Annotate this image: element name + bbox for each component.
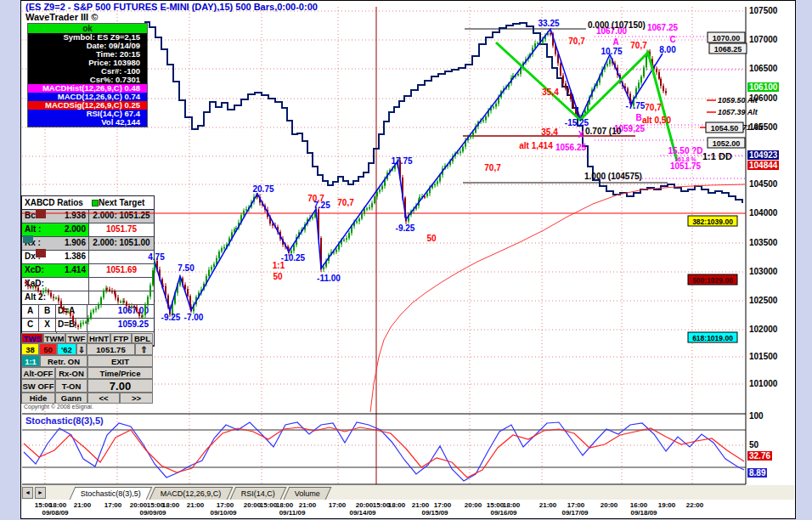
pivot-cell[interactable]: C [22,319,39,331]
date-label: 09/11/09 [279,509,306,517]
wavetrader-app: { "window": { "title": "(ES Z9=2 - S&P 5… [0,0,812,520]
btn-7-00[interactable]: 7.00 [87,379,153,393]
tab-scroll-left-icon[interactable]: ◄ [22,487,33,499]
fib-50[interactable]: 50 [39,343,57,355]
cursor-data-rows: Symbol: ES Z9=2,15Date: 09/14/09Time: 20… [28,33,147,84]
btn-alt-off[interactable]: Alt-OFF [21,367,55,379]
btn-exit[interactable]: EXIT [87,355,153,367]
axis-label: 105500 [749,122,777,132]
time-label: 20:00 [244,501,261,509]
pivot-cell[interactable]: A [22,305,39,318]
time-label: 21:00 [539,501,556,509]
axis-label: 102500 [749,296,777,305]
axis-label: 103000 [749,267,777,276]
fib-1051-75[interactable]: 1051.75 [87,343,135,355]
btn-rx-on[interactable]: Rx-ON [55,367,87,379]
time-label: 18:00 [49,501,66,509]
axis-label: 106000 [749,93,777,103]
tab-twf[interactable]: TWF [65,333,87,343]
time-label: 17:00 [104,501,121,509]
fib--[interactable]: ⇩ [76,343,87,355]
indicator-tab-volume[interactable]: Volume [283,487,331,500]
time-label: 15:00 [260,501,277,509]
pivot-cell[interactable]: X [39,319,56,331]
ratios-header-right: Next Target [99,196,154,209]
axis-label: 107000 [749,35,777,44]
ratio-row: Rx :1.9062.000: 1051.00 [22,237,154,251]
btn--[interactable]: >> [120,393,153,404]
time-label: 21:00 [412,501,429,509]
axis-price-marker: 104844 [747,161,779,170]
axis-label: 104500 [749,179,777,189]
date-label: 09/14/09 [349,509,375,517]
data-window-panel: ok Symbol: ES Z9=2,15Date: 09/14/09Time:… [27,23,148,127]
btn-t-on[interactable]: T-ON [55,379,87,393]
axis-label: 102000 [749,325,777,334]
fib-38[interactable]: 38 [21,343,39,355]
axis-price-marker: 106100 [747,82,779,92]
time-label: 20:00 [601,501,617,509]
tab-ftp[interactable]: FTP [110,333,132,343]
time-label: 18:00 [276,501,293,509]
time-label: 21:00 [187,501,204,509]
fib--[interactable]: ⇧ [135,343,153,355]
btn-time-price[interactable]: Time/Price [87,367,153,379]
tab-hrnt[interactable]: HrNT [87,333,110,343]
tab-bpl[interactable]: BPL [132,333,153,343]
time-label: 20:00 [465,501,482,509]
time-label: 18:00 [503,501,520,509]
time-label: 20:00 [356,501,373,509]
axis-label: 50 [749,440,758,449]
axis-label: 106500 [749,64,777,73]
indicator-tab-macd-12-26-9-c-[interactable]: MACD(12,26,9,C) [149,487,233,500]
date-label: 09/16/09 [490,509,516,517]
tab-scroll-right-icon[interactable]: ► [35,487,46,499]
xabcd-ratios-table: XABCD Ratios Next Target BcD:1.9382.000:… [21,195,155,347]
indicator-tab-rsi-14-c-[interactable]: RSI(14,C) [229,487,286,500]
tab-tws[interactable]: TWS [21,333,43,343]
axis-label: 103500 [749,238,777,247]
time-label: 21:00 [299,501,316,509]
axis-label: 101500 [749,352,777,361]
indicator-row: Vol 42,144 [28,118,147,127]
ratio-row: XcD:1.4141051.69 [22,264,154,278]
time-label: 19:00 [658,501,675,509]
pivot-cell[interactable]: B [39,305,56,318]
btn-hide[interactable]: Hide [21,393,55,404]
indicator-tab-bar: ◄ ► Stochastic(8(3),5)MACD(12,26,9,C)RSI… [21,485,794,500]
time-label: 17:00 [217,501,234,509]
green-square-icon [92,196,99,209]
btn-sw-off[interactable]: SW OFF [21,379,55,393]
ratio-abc-row: ABD=A1067.00 [22,305,154,319]
time-axis: 15:0018:0021:0017:0020:0015:0018:0021:00… [21,500,794,517]
chart-title: (ES Z9=2 - S&P 500 FUTURES E-MINI (DAY),… [25,2,318,12]
btn-gann[interactable]: Gann [55,393,87,404]
time-label: 22:00 [686,501,703,509]
time-label: 15:00 [487,501,504,509]
btn-1-1[interactable]: 1:1 [21,355,40,367]
indicator-tab-stochastic-8-3-5-[interactable]: Stochastic(8(3),5) [70,487,153,500]
time-label: 18:00 [162,501,179,509]
btn--[interactable]: << [87,393,120,404]
axis-label: 101000 [749,379,777,388]
ratio-row: BcD:1.9382.000: 1051.25 [22,210,154,223]
axis-price-marker: 8.89 [747,468,767,478]
ratios-header-left: XABCD Ratios [22,196,92,209]
control-panel: TWSTWMTWFHrNTFTPBPL3850'62⇩1051.75⇧1:1Re… [21,333,153,404]
btn-retr-on[interactable]: Retr. ON [40,355,87,367]
axis-label: 104000 [749,208,777,218]
date-label: 09/15/09 [421,509,448,517]
date-label: 09/08/09 [42,509,68,517]
date-label: 09/10/09 [210,509,236,517]
ratio-row: Alt :2.0001051.75 [22,223,154,237]
date-label: 09/09/09 [139,509,166,517]
tab-twm[interactable]: TWM [43,333,65,343]
fib--62[interactable]: '62 [57,343,76,355]
time-label: 17:00 [329,501,346,509]
axis-label: 100 [749,411,764,421]
axis-price-marker: 32.76 [747,451,772,461]
stochastic-panel-label: Stochastic(8(3),5) [25,415,104,426]
copyright-text: Copyright © 2008 eSignal. [24,404,93,410]
ratio-abc-row: CXD=B1059.25 [22,319,154,332]
ratio-row: Alt 2: [22,291,154,305]
